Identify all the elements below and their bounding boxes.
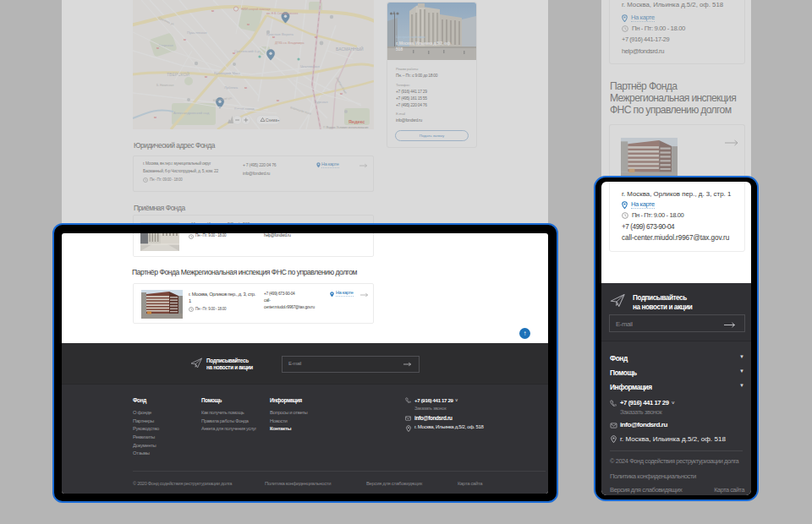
svg-text:Кузнецкий Мост: Кузнецкий Мост (214, 71, 240, 75)
svg-text:м: м (184, 37, 186, 41)
svg-text:м: м (211, 8, 214, 13)
svg-text:БАСМАННЫЙ: БАСМАННЫЙ (336, 46, 364, 52)
svg-text:Сретенский б-р: Сретенский б-р (234, 49, 261, 53)
svg-text:м: м (205, 74, 207, 79)
svg-text:Яндекс: Яндекс (348, 119, 365, 124)
svg-text:м: м (340, 91, 343, 96)
svg-text:м: м (247, 22, 250, 26)
svg-text:им. Н.В. Склифосовского: им. Н.В. Склифосовского (266, 12, 299, 15)
svg-text:Курская: Курская (315, 100, 327, 104)
svg-text:м: м (154, 115, 156, 119)
svg-text:ДГКБ св. Владимира: ДГКБ св. Владимира (275, 41, 304, 45)
svg-text:▼: ▼ (277, 119, 280, 123)
svg-text:Чкаловская: Чкаловская (300, 64, 320, 68)
svg-text:Красные Ворота: Красные Ворота (266, 32, 294, 36)
svg-text:НИИ скорой помощи: НИИ скорой помощи (241, 8, 271, 11)
svg-text:Б. Никитская: Б. Никитская (156, 84, 173, 87)
svg-text:© Яндекс Условия использовани: © Яндекс Условия использования (323, 126, 369, 129)
svg-text:м: м (315, 35, 317, 39)
svg-text:Лубянка: Лубянка (224, 85, 239, 90)
svg-text:м: м (277, 98, 279, 102)
svg-text:м: м (244, 85, 247, 90)
svg-text:Александровский сад: Александровский сад (173, 111, 210, 115)
svg-text:Схема: Схема (266, 118, 277, 123)
